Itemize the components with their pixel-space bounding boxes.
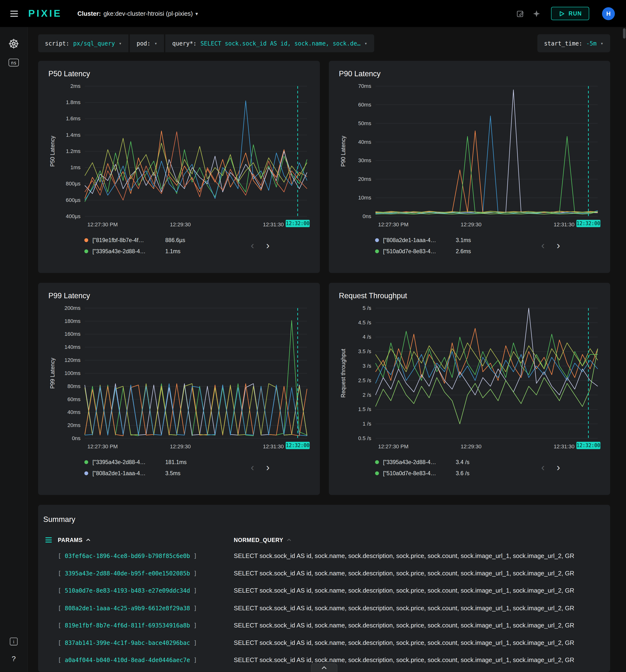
legend-prev-button[interactable]: ‹ (247, 239, 258, 252)
pencil-square-icon (516, 9, 524, 18)
chart-panel-request-throughput: Request Throughput 5 /s4.5 /s4 /s3.5 /s3… (329, 283, 610, 495)
pod-selector[interactable]: pod: ▾ (130, 34, 166, 52)
chart-title: P90 Latency (339, 70, 605, 78)
chart-title: P99 Latency (48, 291, 315, 301)
svg-text:1ms: 1ms (70, 164, 80, 170)
series-color-dot (84, 471, 88, 475)
svg-text:12:32:00: 12:32:00 (286, 442, 309, 448)
script-toolbar: script: px/sql_query ▾ pod: ▾ query*: SE… (38, 34, 610, 52)
table-row[interactable]: [ 510a0d7e-8e83-4193-b483-e27e09ddc34d ]… (38, 582, 610, 599)
table-row[interactable]: [ 808a2de1-1aaa-4c25-a9b9-6612e8f29a38 ]… (38, 599, 610, 617)
legend-next-button[interactable]: › (262, 461, 273, 474)
table-row[interactable]: [ 03fef6ac-1896-4ce8-bd69-b798f85c6e0b ]… (38, 547, 610, 565)
menu-button[interactable] (10, 10, 18, 17)
svg-text:0ns: 0ns (72, 435, 80, 441)
script-selector[interactable]: script: px/sql_query ▾ (38, 34, 130, 52)
legend-prev-button[interactable]: ‹ (537, 239, 549, 252)
request-throughput-chart[interactable]: 5 /s4.5 /s4 /s3.5 /s3 /s2.5 /s2 /s1.5 /s… (334, 302, 605, 453)
legend-label: ["808a2de1-1aaa-4… (93, 470, 165, 476)
params-cell: [ 837ab141-399e-4c1f-9abc-bace40296bac ] (58, 639, 234, 646)
svg-text:40ms: 40ms (358, 139, 371, 145)
chart-legend: ["3395a43e-2d88-4… 3.4 /s ["510a0d7e-8e8… (334, 453, 605, 479)
svg-text:400µs: 400µs (66, 213, 80, 219)
normed-query-cell: SELECT sock.sock_id AS id, sock.name, so… (234, 604, 610, 611)
legend-label: ["3395a43e-2d88-4… (93, 459, 165, 465)
legend-item[interactable]: ["510a0d7e-8e83-4… 2.6ms (375, 245, 471, 257)
normed-query-cell: SELECT sock.sock_id AS id, sock.name, so… (234, 552, 610, 559)
svg-text:200ms: 200ms (64, 305, 80, 311)
legend-item[interactable]: ["3395a43e-2d88-4… 3.4 /s (375, 456, 470, 467)
legend-next-button[interactable]: › (262, 239, 273, 252)
help-button[interactable]: ? (11, 655, 16, 663)
svg-text:800µs: 800µs (66, 181, 80, 187)
scrollbar[interactable] (623, 28, 626, 39)
svg-text:1.8ms: 1.8ms (66, 99, 80, 105)
chart-legend: ["819e1fbf-8b7e-4f… 886.6µs ["3395a43e-2… (43, 231, 315, 257)
avatar[interactable]: H (602, 7, 615, 20)
info-button[interactable]: i (10, 638, 18, 645)
series-color-dot (375, 460, 379, 464)
legend-item[interactable]: ["510a0d7e-8e83-4… 3.6 /s (375, 467, 470, 479)
script-value: px/sql_query (73, 40, 115, 47)
svg-text:2ms: 2ms (70, 83, 80, 89)
query-label: query*: (172, 40, 197, 47)
column-header-params[interactable]: PARAMS (58, 537, 234, 543)
legend-prev-button[interactable]: ‹ (247, 461, 258, 474)
svg-text:12:29:30: 12:29:30 (460, 443, 481, 450)
legend-prev-button[interactable]: ‹ (537, 461, 549, 474)
params-cell: [ 808a2de1-1aaa-4c25-a9b9-6612e8f29a38 ] (58, 604, 234, 611)
cluster-selector[interactable]: Cluster: gke:dev-cluster-htroisi (pl-pix… (77, 10, 198, 17)
svg-text:5 /s: 5 /s (362, 305, 371, 311)
summary-panel: Summary PARAMS NORMED_QUERY (38, 505, 610, 672)
svg-text:70ms: 70ms (358, 83, 371, 89)
svg-text:10ms: 10ms (358, 195, 371, 201)
svg-text:12:27:30 PM: 12:27:30 PM (378, 221, 408, 227)
legend-next-button[interactable]: › (553, 239, 564, 252)
edit-script-button[interactable] (516, 9, 524, 18)
legend-item[interactable]: ["808a2de1-1aaa-4… 3.5ms (84, 467, 187, 479)
svg-text:600µs: 600µs (66, 197, 80, 203)
params-header-label: PARAMS (58, 537, 82, 543)
table-menu-button[interactable] (46, 537, 58, 543)
chevron-down-icon: ▾ (364, 41, 367, 46)
table-row[interactable]: [ 837ab141-399e-4c1f-9abc-bace40296bac ]… (38, 634, 610, 651)
svg-text:80ms: 80ms (68, 383, 80, 389)
p50-latency-chart[interactable]: 2ms1.8ms1.6ms1.4ms1.2ms1ms800µs600µs400µ… (43, 80, 315, 231)
column-header-normed-query[interactable]: NORMED_QUERY (234, 537, 292, 543)
start-time-selector[interactable]: start_time: -5m ▾ (537, 34, 610, 52)
svg-text:1.6ms: 1.6ms (66, 116, 80, 122)
p99-latency-chart[interactable]: 200ms180ms160ms140ms120ms100ms80ms60ms40… (43, 302, 315, 453)
legend-item[interactable]: ["3395a43e-2d88-4… 1.1ms (84, 245, 185, 257)
table-header: PARAMS NORMED_QUERY (38, 533, 610, 547)
script-label: script: (45, 40, 69, 47)
cluster-nav-button[interactable] (8, 38, 19, 49)
chevron-down-icon: ▾ (154, 41, 157, 46)
svg-text:180ms: 180ms (64, 318, 80, 324)
sort-asc-icon (85, 538, 91, 542)
series-color-dot (375, 471, 379, 475)
drawer-expand-button[interactable] (311, 663, 337, 672)
p90-latency-chart[interactable]: 70ms60ms50ms40ms30ms20ms10ms0ns12:27:30 … (334, 80, 605, 231)
legend-value: 1.1ms (165, 248, 180, 255)
svg-text:12:27:30 PM: 12:27:30 PM (378, 443, 408, 450)
normed-query-cell: SELECT sock.sock_id AS id, sock.name, so… (234, 570, 610, 577)
run-button[interactable]: RUN (551, 7, 589, 20)
svg-text:60ms: 60ms (68, 396, 80, 402)
namespaces-nav-button[interactable]: ns (8, 59, 19, 67)
svg-text:12:32:00: 12:32:00 (286, 220, 309, 226)
legend-item[interactable]: ["808a2de1-1aaa-4… 3.1ms (375, 234, 471, 245)
legend-label: ["3395a43e-2d88-4… (383, 459, 456, 465)
legend-next-button[interactable]: › (553, 461, 564, 474)
main-content: script: px/sql_query ▾ pod: ▾ query*: SE… (28, 27, 626, 672)
table-menu-icon (46, 537, 52, 543)
table-row[interactable]: [ 819e1fbf-8b7e-4f6d-811f-693534916a8b ]… (38, 617, 610, 634)
widgets-button[interactable] (533, 10, 540, 17)
table-row[interactable]: [ 3395a43e-2d88-40de-b95f-e00e1502085b ]… (38, 565, 610, 582)
query-selector[interactable]: query*: SELECT sock.sock_id AS id, sock.… (166, 34, 374, 52)
legend-item[interactable]: ["819e1fbf-8b7e-4f… 886.6µs (84, 234, 185, 245)
pixie-logo[interactable]: PIXIE (28, 8, 62, 19)
series-color-dot (84, 249, 88, 253)
svg-text:4 /s: 4 /s (362, 334, 371, 340)
svg-text:12:29:30: 12:29:30 (170, 221, 191, 227)
legend-item[interactable]: ["3395a43e-2d88-4… 181.1ms (84, 456, 187, 467)
